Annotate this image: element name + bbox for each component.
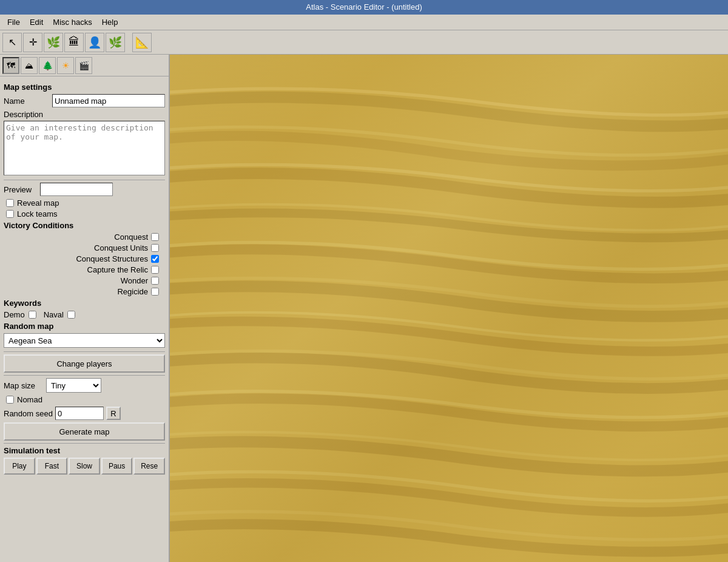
sep1: [4, 180, 165, 180]
flora-subtool-btn[interactable]: 🌲: [39, 57, 56, 74]
map-viewport: [170, 55, 728, 562]
atlas-tool-btn[interactable]: 🌿: [106, 33, 125, 52]
left-panel: 🗺 ⛰ 🌲 ☀ 🎬 Map settings Name Description …: [0, 55, 170, 562]
seed-row: Random seed R: [4, 407, 165, 420]
description-label: Description: [4, 110, 165, 119]
simulation-title: Simulation test: [4, 446, 165, 455]
conquest-units-row: Conquest Units: [4, 243, 165, 252]
name-input[interactable]: [52, 94, 165, 107]
sim-fast-btn[interactable]: Fast: [36, 458, 68, 475]
random-map-title: Random map: [4, 322, 165, 331]
name-row: Name: [4, 94, 165, 107]
capture-relic-label: Capture the Relic: [87, 265, 148, 274]
conquest-units-checkbox[interactable]: [151, 244, 159, 252]
menu-misc[interactable]: Misc hacks: [48, 16, 96, 28]
sub-toolbar: 🗺 ⛰ 🌲 ☀ 🎬: [0, 55, 169, 76]
nomad-row: Nomad: [4, 395, 165, 404]
generate-map-button[interactable]: Generate map: [4, 422, 165, 441]
move-tool-btn[interactable]: ✛: [23, 33, 42, 52]
map-size-row: Map size Tiny Small Medium Large Very La…: [4, 378, 165, 393]
sun-subtool-btn[interactable]: ☀: [57, 57, 74, 74]
reveal-map-label: Reveal map: [17, 198, 59, 208]
random-map-select[interactable]: Aegean Sea Alpine Lakes Arabia Archipela…: [4, 333, 165, 348]
map-settings-subtool-btn[interactable]: 🗺: [2, 57, 19, 74]
seed-input[interactable]: [55, 407, 104, 420]
regicide-label: Regicide: [117, 287, 148, 296]
nomad-label: Nomad: [17, 395, 42, 404]
wonder-row: Wonder: [4, 276, 165, 285]
menubar: File Edit Misc hacks Help: [0, 15, 728, 30]
name-label: Name: [4, 96, 52, 106]
regicide-row: Regicide: [4, 287, 165, 296]
settings-panel: Map settings Name Description Preview Re…: [0, 76, 169, 562]
menu-edit[interactable]: Edit: [25, 16, 48, 28]
lock-teams-checkbox[interactable]: [6, 210, 14, 218]
preview-box: [40, 183, 113, 196]
conquest-units-label: Conquest Units: [94, 243, 148, 252]
description-textarea[interactable]: [4, 121, 165, 175]
lock-teams-label: Lock teams: [17, 209, 57, 218]
randomize-seed-button[interactable]: R: [106, 407, 121, 420]
preview-label: Preview: [4, 185, 40, 194]
capture-relic-row: Capture the Relic: [4, 265, 165, 274]
naval-checkbox[interactable]: [67, 311, 75, 319]
conquest-structures-row: Conquest Structures: [4, 254, 165, 263]
demo-checkbox[interactable]: [29, 311, 36, 319]
demo-label: Demo: [4, 310, 25, 319]
conquest-row: Conquest: [4, 232, 165, 242]
keywords-title: Keywords: [4, 299, 165, 308]
capture-relic-checkbox[interactable]: [151, 266, 159, 274]
sep3: [4, 375, 165, 376]
map-canvas: [170, 55, 728, 562]
reveal-map-checkbox[interactable]: [6, 199, 14, 207]
player-tool-btn[interactable]: 👤: [85, 33, 104, 52]
map-size-label: Map size: [4, 381, 46, 390]
map-settings-title: Map settings: [4, 83, 165, 92]
svg-rect-2: [170, 55, 728, 562]
axes-tool-btn[interactable]: 📐: [132, 33, 152, 52]
lock-teams-row: Lock teams: [4, 209, 165, 218]
conquest-structures-label: Conquest Structures: [76, 254, 148, 263]
sep4: [4, 443, 165, 444]
sim-buttons: Play Fast Slow Paus Rese: [4, 458, 165, 475]
titlebar-text: Atlas - Scenario Editor - (untitled): [306, 2, 422, 12]
naval-label: Naval: [44, 310, 64, 319]
object-tool-btn[interactable]: 🏛: [64, 33, 84, 52]
sim-play-btn[interactable]: Play: [4, 458, 35, 475]
wonder-label: Wonder: [121, 276, 148, 285]
sep2: [4, 351, 165, 352]
preview-row: Preview: [4, 183, 165, 196]
seed-label: Random seed: [4, 409, 53, 418]
main-toolbar: ↖ ✛ 🌿 🏛 👤 🌿 📐: [0, 30, 728, 55]
change-players-button[interactable]: Change players: [4, 354, 165, 373]
sim-slow-btn[interactable]: Slow: [69, 458, 100, 475]
cinematic-subtool-btn[interactable]: 🎬: [75, 57, 92, 74]
sim-reset-btn[interactable]: Rese: [133, 458, 165, 475]
victory-conditions-title: Victory Conditions: [4, 221, 165, 230]
cursor-tool-btn[interactable]: ↖: [2, 33, 22, 52]
menu-help[interactable]: Help: [97, 16, 123, 28]
terrain-subtool-btn[interactable]: ⛰: [21, 57, 38, 74]
reveal-map-row: Reveal map: [4, 198, 165, 208]
keywords-row: Demo Naval: [4, 310, 165, 319]
wonder-checkbox[interactable]: [151, 277, 159, 285]
simulation-section: Simulation test Play Fast Slow Paus Rese: [4, 446, 165, 475]
sim-pause-btn[interactable]: Paus: [101, 458, 133, 475]
conquest-checkbox[interactable]: [151, 233, 159, 241]
map-size-select[interactable]: Tiny Small Medium Large Very Large Giant: [46, 378, 101, 393]
regicide-checkbox[interactable]: [151, 288, 159, 296]
main-area: 🗺 ⛰ 🌲 ☀ 🎬 Map settings Name Description …: [0, 55, 728, 562]
titlebar: Atlas - Scenario Editor - (untitled): [0, 0, 728, 15]
conquest-structures-checkbox[interactable]: [151, 255, 159, 263]
conquest-label: Conquest: [114, 232, 148, 242]
menu-file[interactable]: File: [2, 16, 25, 28]
nomad-checkbox[interactable]: [6, 396, 14, 404]
terrain-tool-btn[interactable]: 🌿: [44, 33, 63, 52]
map-svg: [170, 55, 728, 562]
